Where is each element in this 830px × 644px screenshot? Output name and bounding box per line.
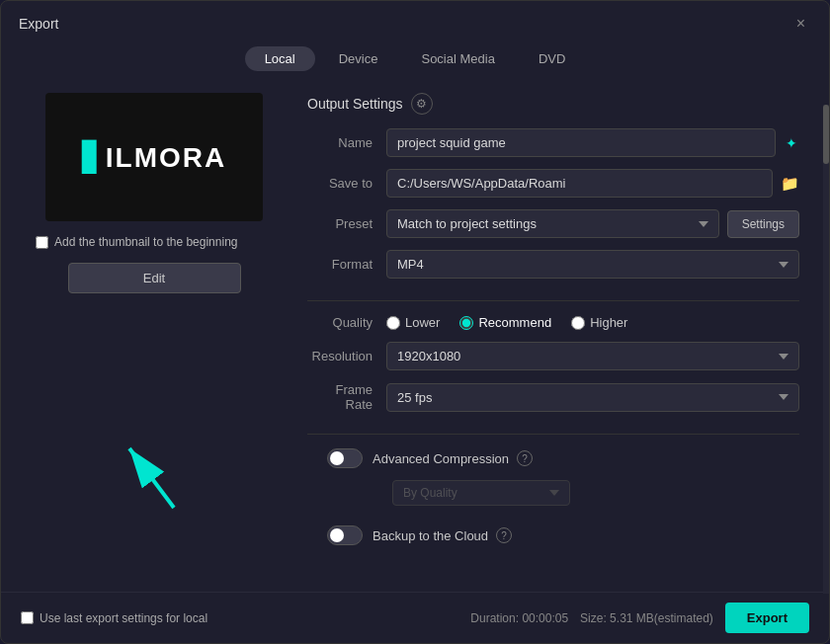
quality-label: Quality (307, 315, 386, 330)
right-panel: Output Settings ⚙ Name ✦ Save to 📁 Prese… (297, 83, 819, 592)
content-area: ▋ILMORA Add the thumbnail to the beginni… (1, 83, 829, 592)
advanced-compression-row: Advanced Compression ? (307, 448, 799, 468)
export-dialog: Export × Local Device Social Media DVD ▋… (0, 0, 830, 644)
add-thumbnail-label: Add the thumbnail to the beginning (54, 235, 237, 249)
backup-cloud-toggle[interactable] (327, 525, 363, 545)
name-input[interactable] (386, 128, 776, 157)
format-select[interactable]: MP4 (386, 250, 799, 279)
dialog-title: Export (19, 16, 58, 32)
tabs-bar: Local Device Social Media DVD (1, 42, 829, 83)
use-last-settings-label: Use last export settings for local (40, 611, 208, 625)
settings-circle-icon: ⚙ (411, 93, 433, 115)
quality-lower-radio[interactable] (386, 316, 400, 330)
format-label: Format (307, 257, 386, 272)
quality-lower-item[interactable]: Lower (386, 315, 440, 330)
save-to-label: Save to (307, 176, 386, 191)
divider-1 (307, 300, 799, 301)
left-panel: ▋ILMORA Add the thumbnail to the beginni… (11, 83, 297, 592)
ai-icon-button[interactable]: ✦ (784, 133, 799, 153)
svg-line-1 (129, 448, 174, 508)
thumbnail-checkbox-row: Add the thumbnail to the beginning (31, 235, 278, 249)
backup-cloud-help-icon[interactable]: ? (496, 527, 512, 543)
name-label: Name (307, 135, 386, 150)
f-icon: ▋ (82, 142, 106, 173)
save-to-input[interactable] (386, 169, 773, 198)
quality-recommend-item[interactable]: Recommend (459, 315, 551, 330)
advanced-compression-toggle[interactable] (327, 448, 363, 468)
divider-2 (307, 434, 799, 435)
quality-radio-group: Lower Recommend Higher (386, 315, 627, 330)
edit-button[interactable]: Edit (68, 263, 241, 293)
save-to-row: Save to 📁 (307, 169, 799, 198)
footer-size: Size: 5.31 MB(estimated) (580, 611, 713, 625)
advanced-compression-help-icon[interactable]: ? (517, 450, 533, 466)
frame-rate-row: Frame Rate 25 fps (307, 382, 799, 412)
tab-social-media[interactable]: Social Media (401, 46, 514, 71)
backup-cloud-row: Backup to the Cloud ? (307, 525, 799, 545)
quality-row: Quality Lower Recommend Higher (307, 315, 799, 330)
name-row: Name ✦ (307, 128, 799, 157)
preset-settings-button[interactable]: Settings (727, 210, 799, 238)
quality-lower-label: Lower (405, 315, 440, 330)
add-thumbnail-checkbox[interactable] (36, 236, 48, 249)
quality-recommend-label: Recommend (478, 315, 551, 330)
scrollbar-thumb[interactable] (823, 105, 829, 164)
export-button[interactable]: Export (725, 603, 809, 633)
by-quality-container: By Quality (307, 480, 799, 516)
resolution-row: Resolution 1920x1080 (307, 342, 799, 370)
quality-recommend-radio[interactable] (459, 316, 473, 330)
frame-rate-select[interactable]: 25 fps (386, 383, 799, 412)
scrollbar-track (823, 105, 829, 592)
quality-higher-radio[interactable] (571, 316, 585, 330)
format-row: Format MP4 (307, 250, 799, 279)
tab-device[interactable]: Device (319, 46, 398, 71)
filmora-logo: ▋ILMORA (82, 141, 226, 174)
preset-label: Preset (307, 216, 386, 231)
quality-higher-item[interactable]: Higher (571, 315, 627, 330)
frame-rate-label: Frame Rate (307, 382, 386, 412)
footer: Use last export settings for local Durat… (1, 592, 829, 643)
tab-dvd[interactable]: DVD (519, 46, 585, 71)
preset-row: Preset Match to project settings Setting… (307, 209, 799, 238)
output-settings-header: Output Settings ⚙ (307, 93, 799, 115)
footer-checkbox-row: Use last export settings for local (21, 611, 208, 625)
tab-local[interactable]: Local (245, 46, 315, 71)
resolution-select[interactable]: 1920x1080 (386, 342, 799, 370)
close-button[interactable]: × (790, 13, 811, 35)
use-last-settings-checkbox[interactable] (21, 611, 34, 624)
folder-icon-button[interactable]: 📁 (781, 175, 799, 193)
arrow-area (110, 293, 199, 582)
quality-higher-label: Higher (590, 315, 627, 330)
advanced-compression-label: Advanced Compression (373, 451, 509, 466)
resolution-label: Resolution (307, 349, 386, 363)
preset-select-row: Match to project settings Settings (386, 209, 799, 238)
backup-cloud-label: Backup to the Cloud (373, 528, 488, 543)
preset-select[interactable]: Match to project settings (386, 209, 719, 238)
by-quality-select[interactable]: By Quality (392, 480, 570, 506)
title-bar: Export × (1, 1, 829, 42)
thumbnail-preview: ▋ILMORA (45, 93, 263, 221)
output-settings-title: Output Settings (307, 96, 403, 112)
footer-duration: Duration: 00:00:05 (470, 611, 568, 625)
pointer-arrow (110, 424, 189, 523)
